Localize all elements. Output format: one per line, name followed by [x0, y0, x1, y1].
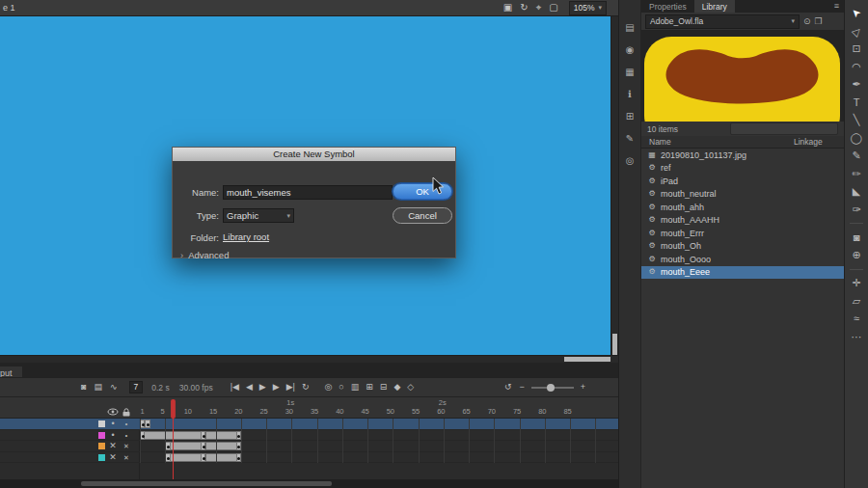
- library-item-row[interactable]: ⚙mouth_ahh: [641, 201, 844, 214]
- camera-tool[interactable]: ◙: [854, 232, 860, 243]
- lock-column-icon[interactable]: [122, 408, 131, 417]
- timeline-zoom-out-icon[interactable]: −: [519, 383, 524, 392]
- lasso-tool[interactable]: ◠: [852, 62, 861, 72]
- center-stage-icon[interactable]: ⌖: [536, 3, 542, 13]
- keyframe[interactable]: [236, 453, 241, 462]
- tab-library[interactable]: Library: [694, 0, 735, 13]
- frame-graph-icon[interactable]: ∿: [110, 383, 118, 392]
- symbol-type-select[interactable]: Graphic ▾: [223, 208, 294, 223]
- timeline-horizontal-scrollbar[interactable]: [0, 479, 618, 488]
- advanced-layers-icon[interactable]: ▤: [94, 383, 102, 392]
- reset-timeline-zoom-icon[interactable]: ↺: [504, 383, 512, 392]
- vertical-scrollbar-thumb[interactable]: [612, 334, 617, 355]
- cancel-button[interactable]: Cancel: [393, 207, 452, 224]
- more-tools-icon[interactable]: ⋯: [852, 332, 862, 342]
- insert-frame-icon[interactable]: ⊞: [366, 383, 373, 392]
- stage-vertical-scrollbar[interactable]: [610, 16, 618, 355]
- library-item-row[interactable]: ⚙mouth_Eeee: [641, 266, 844, 280]
- insert-keyframe-icon[interactable]: ◆: [393, 383, 400, 392]
- rotation-tool-icon[interactable]: ↻: [520, 3, 528, 13]
- eye-column-icon[interactable]: [107, 408, 119, 416]
- line-tool[interactable]: ╲: [854, 115, 860, 125]
- clip-content-icon[interactable]: ▣: [503, 3, 512, 13]
- library-item-row[interactable]: ⚙mouth_Oh: [641, 240, 844, 254]
- keyframe[interactable]: [236, 431, 241, 440]
- advanced-disclosure[interactable]: ›Advanced: [180, 250, 229, 260]
- paint-bucket-tool[interactable]: ◣: [853, 186, 860, 197]
- timeline-layer-row[interactable]: ✕✕: [0, 452, 618, 464]
- library-item-row[interactable]: ⚙mouth_neutral: [641, 188, 844, 202]
- library-item-row[interactable]: ⚙mouth_Oooo: [641, 253, 844, 266]
- library-item-row[interactable]: ▦20190810_101137.jpg: [641, 149, 844, 162]
- keyframe[interactable]: [201, 431, 205, 440]
- column-header-name[interactable]: Name: [649, 137, 671, 147]
- onion-skin-outlines-icon[interactable]: ○: [339, 383, 343, 392]
- pin-library-icon[interactable]: ⊙: [803, 17, 811, 26]
- camera-icon[interactable]: ◙: [81, 383, 86, 392]
- edit-multiple-frames-icon[interactable]: ▥: [351, 383, 360, 392]
- onion-skin-icon[interactable]: ◎: [325, 383, 333, 392]
- zoom-tool[interactable]: ⊕: [852, 250, 860, 260]
- stage-horizontal-scrollbar[interactable]: [0, 355, 618, 363]
- keyframe[interactable]: [236, 442, 241, 450]
- timeline-zoom-slider[interactable]: [531, 387, 574, 389]
- insert-blank-keyframe-icon[interactable]: ◇: [407, 383, 414, 392]
- keyframe[interactable]: [140, 431, 145, 440]
- library-item-row[interactable]: ⚙ref: [641, 162, 844, 176]
- keyframe[interactable]: [165, 442, 170, 450]
- library-search-box[interactable]: [730, 122, 838, 135]
- keyframe[interactable]: [165, 453, 170, 462]
- layer-lock-toggle[interactable]: •: [121, 430, 132, 441]
- keyframe[interactable]: [201, 442, 205, 450]
- transform-panel-icon[interactable]: ⊞: [626, 112, 634, 122]
- text-tool[interactable]: T: [854, 97, 860, 108]
- panel-menu-icon[interactable]: ≡: [834, 0, 839, 13]
- brush-library-panel-icon[interactable]: ✎: [626, 134, 634, 144]
- layer-visibility-toggle[interactable]: ✕: [107, 452, 119, 462]
- timeline-scrollbar-thumb[interactable]: [81, 481, 332, 486]
- library-search-input[interactable]: [737, 124, 843, 133]
- library-item-row[interactable]: ⚙iPad: [641, 175, 844, 188]
- layer-visibility-toggle[interactable]: •: [107, 430, 119, 440]
- current-frame-field[interactable]: 7: [129, 381, 144, 393]
- eraser-tool[interactable]: ▱: [853, 296, 860, 307]
- subselection-tool[interactable]: ▷: [850, 24, 863, 38]
- pen-tool[interactable]: ✒: [852, 79, 860, 90]
- horizontal-scrollbar-thumb[interactable]: [564, 357, 610, 362]
- pencil-tool[interactable]: ✎: [852, 150, 860, 161]
- layer-visibility-toggle[interactable]: ✕: [107, 441, 119, 450]
- scene-breadcrumb[interactable]: e 1: [3, 3, 15, 13]
- dialog-title-bar[interactable]: Create New Symbol: [173, 148, 455, 161]
- step-forward-icon[interactable]: ▶: [273, 383, 280, 392]
- layer-lock-toggle[interactable]: •: [121, 419, 132, 429]
- assets-panel-icon[interactable]: ◎: [626, 156, 635, 166]
- library-item-row[interactable]: ⚙mouth_Errr: [641, 227, 844, 240]
- go-to-first-frame-icon[interactable]: |◀: [231, 383, 239, 392]
- remove-frame-icon[interactable]: ⊟: [380, 383, 388, 392]
- stage-zoom-select[interactable]: 105% ▾: [569, 1, 607, 15]
- hand-tool[interactable]: ✛: [852, 278, 860, 288]
- library-item-row[interactable]: ⚙mouth_AAAHH: [641, 214, 844, 228]
- color-panel-icon[interactable]: ◉: [626, 45, 635, 55]
- timeline-layer-row[interactable]: ✕✕: [0, 441, 618, 452]
- column-header-linkage[interactable]: Linkage: [794, 137, 823, 147]
- timeline-layer-row[interactable]: ••: [0, 419, 618, 430]
- loop-playback-icon[interactable]: ↻: [302, 383, 310, 392]
- align-panel-icon[interactable]: ▤: [625, 23, 634, 33]
- info-panel-icon[interactable]: ℹ: [628, 90, 632, 99]
- go-to-last-frame-icon[interactable]: ▶|: [286, 383, 295, 392]
- new-library-panel-icon[interactable]: ❐: [815, 17, 823, 26]
- keyframe[interactable]: [201, 453, 205, 462]
- slider-knob[interactable]: [547, 384, 555, 392]
- step-back-icon[interactable]: ◀: [246, 383, 253, 392]
- layer-visibility-toggle[interactable]: •: [107, 419, 119, 428]
- tab-properties[interactable]: Properties: [641, 0, 694, 13]
- selection-tool[interactable]: ➤: [850, 6, 863, 19]
- brush-tool[interactable]: ✏: [852, 169, 860, 179]
- play-icon[interactable]: ▶: [259, 383, 266, 392]
- frame-rate-field[interactable]: 30.00 fps: [179, 383, 213, 393]
- oval-tool[interactable]: ◯: [851, 133, 862, 144]
- outline-view-icon[interactable]: ▢: [549, 3, 557, 13]
- swatches-panel-icon[interactable]: ▦: [625, 68, 634, 77]
- timeline-ruler[interactable]: 15101520253035404550556065707580851s2s: [0, 397, 618, 419]
